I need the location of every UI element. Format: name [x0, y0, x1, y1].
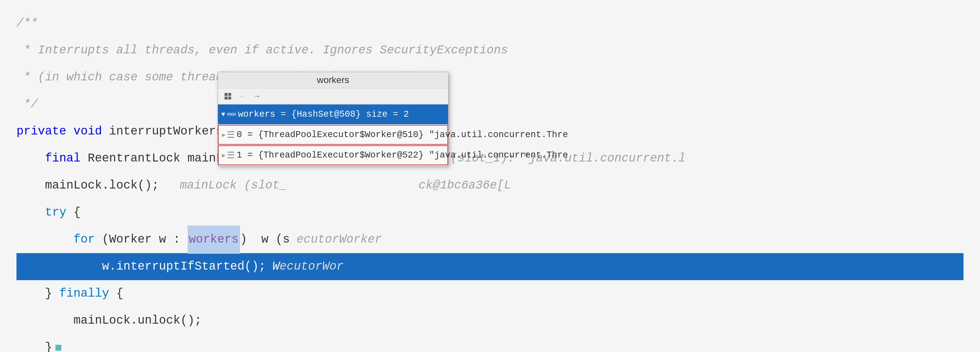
tree-child-row-1[interactable]: ▶ ☰ 1 = {ThreadPoolExecutor$Worker@522} … — [218, 145, 448, 165]
tree-root-row[interactable]: ▼ ∞∞ workers = {HashSet@508} size = 2 — [218, 105, 448, 124]
svg-rect-0 — [224, 93, 228, 96]
workers-var: workers — [188, 225, 240, 254]
code-line: * Interrupts all threads, even if active… — [16, 37, 964, 64]
code-text — [66, 118, 73, 145]
grid-icon[interactable] — [222, 90, 234, 102]
svg-rect-1 — [228, 93, 231, 96]
code-line: try { — [16, 199, 964, 226]
child-index-1: 1 = {ThreadPoolExecutor$Worker@522} "jav… — [237, 150, 568, 160]
inline-suffix: W — [272, 253, 280, 280]
code-line: * (in which case some threads may remain… — [16, 64, 964, 91]
code-text: } — [16, 334, 52, 352]
expand-arrow: ▶ — [222, 131, 226, 138]
code-line: mainLock.unlock(); — [16, 307, 964, 334]
keyword: void — [73, 118, 102, 145]
keyword: finally — [59, 280, 109, 307]
code-text: w.interruptIfStarted(); — [16, 253, 266, 280]
code-text: { — [66, 199, 80, 226]
keyword: private — [16, 118, 66, 145]
keyword: final — [45, 145, 80, 172]
code-text: (Worker w : — [95, 226, 188, 253]
code-text: mainLock.unlock(); — [16, 307, 202, 334]
keyword: for — [73, 226, 95, 253]
popup-title: workers — [218, 72, 448, 88]
comment-text: */ — [16, 91, 38, 118]
comment-text: /** — [16, 10, 38, 37]
child-index-0: 0 = {ThreadPoolExecutor$Worker@510} "jav… — [237, 130, 568, 140]
list-icon: ☰ — [227, 150, 235, 161]
variable-popup: workers ← → ▼ ∞∞ workers = {HashSet@508}… — [218, 72, 449, 166]
expand-arrow: ▶ — [222, 152, 226, 159]
inline-comment: ecutorWorker — [296, 226, 382, 253]
code-line-highlighted: w.interruptIfStarted(); W ecutorWor — [16, 253, 964, 280]
code-line: */ — [16, 91, 964, 118]
code-text: } — [16, 280, 59, 307]
root-label: workers = {HashSet@508} size = 2 — [238, 109, 409, 119]
svg-rect-3 — [228, 97, 231, 100]
infinity-icon: ∞∞ — [227, 110, 236, 119]
code-text: mainLock.lock(); — [16, 172, 159, 199]
list-icon: ☰ — [227, 130, 235, 140]
code-line: } — [16, 334, 964, 352]
back-button[interactable]: ← — [236, 90, 248, 102]
code-text — [16, 199, 45, 226]
code-text — [16, 145, 45, 172]
code-line: mainLock.lock(); mainLock (slot_ ck@1bc6… — [16, 172, 964, 199]
forward-button[interactable]: → — [251, 90, 263, 102]
code-text: { — [109, 280, 123, 307]
code-line: /** — [16, 10, 964, 37]
teal-square-indicator — [56, 345, 61, 351]
code-line: for (Worker w : workers ) w (s ecutorWor… — [16, 226, 964, 253]
inline-comment: mainLock (slot_ — [165, 172, 286, 199]
code-text: ) w (s — [240, 226, 290, 253]
inline-suffix2: ecutorWor — [280, 253, 344, 280]
comment-text: * Interrupts all threads, even if active… — [16, 37, 508, 64]
expand-arrow: ▼ — [221, 111, 225, 118]
code-text — [16, 226, 73, 253]
popup-toolbar: ← → — [218, 88, 448, 105]
popup-content: ▼ ∞∞ workers = {HashSet@508} size = 2 ▶ … — [218, 105, 448, 165]
svg-rect-2 — [224, 97, 228, 100]
tree-child-row-0[interactable]: ▶ ☰ 0 = {ThreadPoolExecutor$Worker@510} … — [218, 125, 448, 145]
inline-comment-suffix: ck@1bc6a36e[L — [418, 172, 511, 199]
code-line: } finally { — [16, 280, 964, 307]
keyword: try — [45, 199, 66, 226]
code-editor: /** * Interrupts all threads, even if ac… — [0, 0, 980, 352]
